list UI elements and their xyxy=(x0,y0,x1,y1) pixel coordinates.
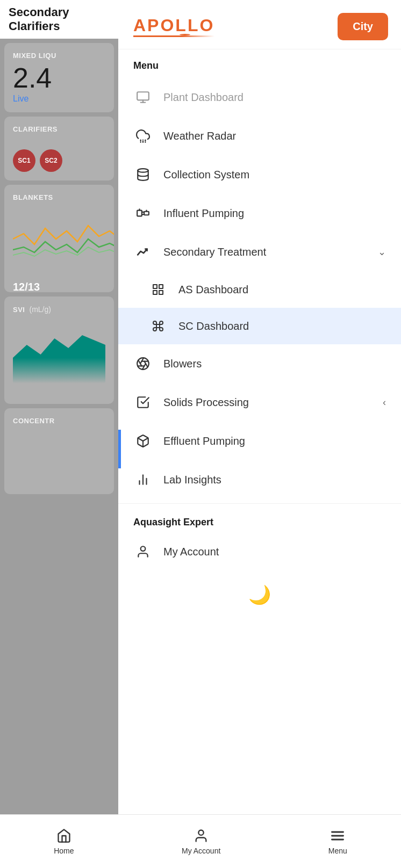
mixed-liquor-card: MIXED LIQU 2.4 Live xyxy=(4,43,114,112)
dashboard-title: Secondary Clarifiers xyxy=(9,5,110,33)
monitor-icon xyxy=(133,88,153,107)
moon-icon[interactable]: 🌙 xyxy=(248,584,271,605)
sidebar-item-my-account[interactable]: My Account xyxy=(118,532,401,571)
sidebar-item-sc-dashboard[interactable]: SC Dashboard xyxy=(118,308,401,344)
cloud-rain-icon xyxy=(133,126,153,146)
city-button[interactable]: City xyxy=(338,13,388,40)
user-nav-icon xyxy=(194,828,209,843)
as-dashboard-label: AS Dashboard xyxy=(178,284,248,296)
svi-card: SVI (mL/g) xyxy=(4,296,114,404)
sidebar-item-plant-dashboard[interactable]: Plant Dashboard xyxy=(118,78,401,117)
clarifiers-label: CLARIFIERS xyxy=(13,125,105,133)
database-icon xyxy=(133,165,153,184)
nav-item-my-account[interactable]: My Account xyxy=(182,828,220,855)
aquasight-section-label: Aquasight Expert xyxy=(118,508,401,532)
home-nav-label: Home xyxy=(54,847,74,855)
collection-system-label: Collection System xyxy=(163,169,386,181)
aperture-icon xyxy=(133,354,153,373)
chevron-down-icon: ⌄ xyxy=(378,246,386,258)
svg-rect-16 xyxy=(153,285,157,288)
sc2-badge: SC2 xyxy=(40,149,62,172)
sidebar-item-blowers[interactable]: Blowers xyxy=(118,344,401,383)
mixed-liquor-value: 2.4 xyxy=(13,62,105,94)
sidebar-item-lab-insights[interactable]: Lab Insights xyxy=(118,460,401,499)
sidebar-item-weather-radar[interactable]: Weather Radar xyxy=(118,117,401,155)
svg-rect-19 xyxy=(159,291,163,294)
nav-item-home[interactable]: Home xyxy=(54,828,74,855)
sidebar-item-effluent-pumping[interactable]: Effluent Pumping xyxy=(118,422,401,460)
conc-card: CONCENTR xyxy=(4,408,114,494)
bar-chart-icon xyxy=(133,470,153,489)
mixed-liquor-label: MIXED LIQU xyxy=(13,52,105,60)
svg-rect-10 xyxy=(137,211,142,216)
pump-icon xyxy=(133,204,153,223)
menu-nav-label: Menu xyxy=(328,847,347,855)
dark-mode-toggle-row: 🌙 xyxy=(118,571,401,618)
svi-label: SVI xyxy=(13,306,25,314)
sidebar-item-as-dashboard[interactable]: AS Dashboard xyxy=(118,271,401,308)
home-icon xyxy=(56,828,71,843)
lab-insights-label: Lab Insights xyxy=(163,474,386,486)
blankets-value: 12/13 xyxy=(13,281,105,292)
conc-label: CONCENTR xyxy=(13,417,105,425)
box-icon xyxy=(133,431,153,451)
apollo-logo: APOLLO xyxy=(133,17,214,37)
dashboard-header: Secondary Clarifiers xyxy=(0,0,118,39)
my-account-nav-label: My Account xyxy=(182,847,220,855)
sidebar-item-solids-processing[interactable]: Solids Processing ‹ xyxy=(118,383,401,422)
clarifiers-card: CLARIFIERS SC1 SC2 xyxy=(4,117,114,180)
svg-point-9 xyxy=(138,169,148,172)
apollo-logo-underline xyxy=(133,35,214,37)
bottom-navigation: Home My Account Menu xyxy=(0,814,401,868)
sc1-badge: SC1 xyxy=(13,149,35,172)
drawer-body: Menu Plant Dashboard xyxy=(118,49,401,868)
influent-pumping-label: Influent Pumping xyxy=(163,207,386,220)
chevron-left-icon: ‹ xyxy=(383,397,386,408)
drawer-header: APOLLO City xyxy=(118,0,401,49)
sidebar-item-influent-pumping[interactable]: Influent Pumping xyxy=(118,194,401,233)
svi-chart xyxy=(13,319,105,384)
check-square-icon xyxy=(133,393,153,412)
user-icon xyxy=(133,542,153,561)
section-divider xyxy=(118,503,401,504)
my-account-label: My Account xyxy=(163,546,386,558)
blankets-label: BLANKETS xyxy=(13,193,105,201)
svi-unit: (mL/g) xyxy=(29,305,51,314)
mixed-liquor-status: Live xyxy=(13,94,105,104)
apollo-logo-text: APOLLO xyxy=(133,17,214,34)
background-dashboard: Secondary Clarifiers MIXED LIQU 2.4 Live… xyxy=(0,0,118,868)
svg-rect-0 xyxy=(137,92,149,100)
solids-processing-label: Solids Processing xyxy=(163,396,383,409)
weather-radar-label: Weather Radar xyxy=(163,130,386,142)
blowers-label: Blowers xyxy=(163,358,386,370)
svg-point-32 xyxy=(198,830,203,835)
sc-dashboard-label: SC Dashboard xyxy=(178,320,249,332)
svg-rect-18 xyxy=(153,291,157,294)
plant-dashboard-label: Plant Dashboard xyxy=(163,91,386,104)
svg-point-31 xyxy=(141,546,146,551)
sidebar-item-secondary-treatment[interactable]: Secondary Treatment ⌄ xyxy=(118,233,401,271)
trend-icon xyxy=(133,242,153,262)
menu-section-label: Menu xyxy=(118,49,401,78)
menu-nav-icon xyxy=(330,828,345,843)
secondary-treatment-label: Secondary Treatment xyxy=(163,246,378,258)
navigation-drawer: APOLLO City Menu Plant Dashboard xyxy=(118,0,401,868)
active-indicator xyxy=(118,430,121,468)
grid-icon xyxy=(148,280,168,299)
svg-rect-17 xyxy=(159,285,163,288)
nav-item-menu[interactable]: Menu xyxy=(328,828,347,855)
effluent-pumping-label: Effluent Pumping xyxy=(163,435,386,447)
blankets-card: BLANKETS 12/13 xyxy=(4,185,114,292)
blankets-chart xyxy=(13,212,105,277)
sidebar-item-collection-system[interactable]: Collection System xyxy=(118,155,401,194)
command-icon xyxy=(148,316,168,336)
